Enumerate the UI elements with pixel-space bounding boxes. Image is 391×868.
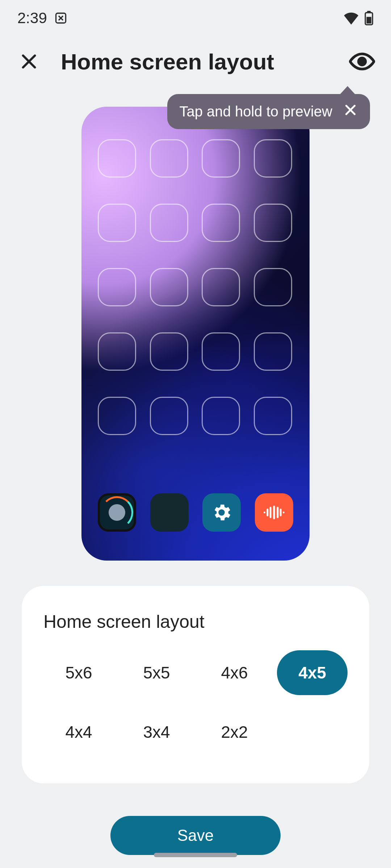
layout-option-3x4[interactable]: 3x4	[121, 710, 192, 754]
preview-tooltip: Tap and hold to preview	[167, 94, 370, 129]
app-bar: Home screen layout	[0, 36, 391, 87]
tooltip-text: Tap and hold to preview	[180, 103, 333, 120]
preview-eye-button[interactable]	[348, 47, 377, 76]
svg-point-4	[358, 58, 365, 65]
close-button[interactable]	[14, 47, 43, 76]
grid-slot	[98, 397, 136, 435]
page-title: Home screen layout	[61, 49, 330, 75]
grid-slot	[202, 397, 240, 435]
grid-slot	[150, 204, 188, 242]
grid-slot	[254, 204, 292, 242]
grid-slot	[150, 397, 188, 435]
svg-rect-2	[367, 11, 371, 13]
layout-option-4x4[interactable]: 4x4	[43, 710, 114, 754]
dock-icon-moto	[98, 493, 136, 532]
grid-slot	[254, 397, 292, 435]
dock-icon-settings	[202, 493, 241, 532]
status-time: 2:39	[17, 9, 47, 27]
battery-icon	[364, 11, 374, 25]
home-screen-preview[interactable]	[81, 107, 310, 561]
grid-slot	[150, 332, 188, 371]
wifi-icon	[343, 12, 359, 25]
grid-slot	[202, 204, 240, 242]
grid-slot	[98, 204, 136, 242]
grid-slot	[150, 268, 188, 306]
grid-slot	[98, 139, 136, 178]
svg-rect-3	[366, 17, 371, 24]
gesture-nav-handle[interactable]	[154, 853, 237, 857]
grid-slot	[150, 139, 188, 178]
grid-slot	[98, 268, 136, 306]
grid-slot	[254, 139, 292, 178]
layout-option-5x6[interactable]: 5x6	[43, 650, 114, 695]
grid-slot	[254, 268, 292, 306]
save-button[interactable]: Save	[110, 816, 281, 855]
card-title: Home screen layout	[43, 611, 348, 632]
close-square-icon	[54, 12, 67, 25]
layout-option-4x6[interactable]: 4x6	[199, 650, 270, 695]
grid-slot	[202, 139, 240, 178]
tooltip-close-button[interactable]	[343, 103, 358, 120]
layout-options-grid: 5x65x54x64x54x43x42x2	[43, 650, 348, 754]
layout-option-4x5[interactable]: 4x5	[277, 650, 348, 695]
grid-slot	[254, 332, 292, 371]
grid-slot	[98, 332, 136, 371]
preview-dock	[98, 493, 293, 532]
dock-icon-apps	[150, 493, 189, 532]
layout-option-2x2[interactable]: 2x2	[199, 710, 270, 754]
grid-slot	[202, 268, 240, 306]
grid-slot	[202, 332, 240, 371]
status-bar: 2:39	[0, 0, 391, 36]
layout-option-5x5[interactable]: 5x5	[121, 650, 192, 695]
dock-icon-recorder	[255, 493, 293, 532]
layout-options-card: Home screen layout 5x65x54x64x54x43x42x2	[22, 586, 369, 783]
